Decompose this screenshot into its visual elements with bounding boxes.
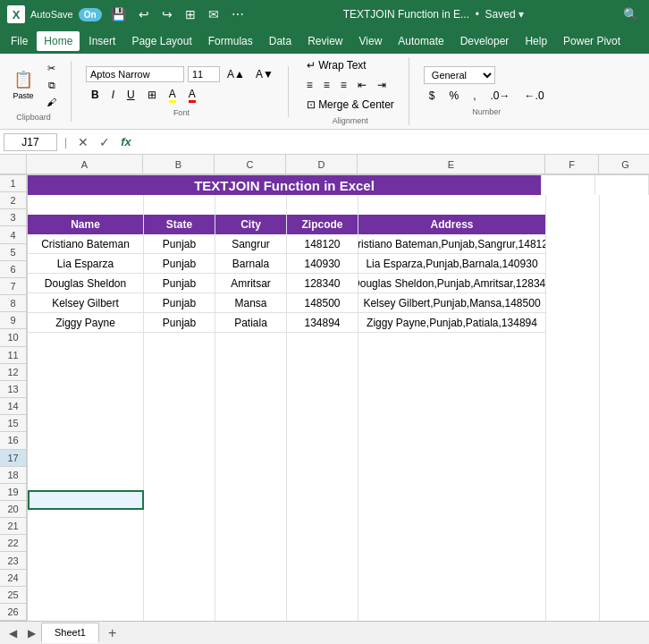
row-header-18[interactable]: 18: [0, 467, 27, 484]
empty-cell[interactable]: [358, 195, 546, 215]
copy-button[interactable]: ⧉: [43, 78, 60, 93]
data-cell-r6-c0[interactable]: Douglas Sheldon: [28, 274, 144, 293]
empty-cell[interactable]: [144, 470, 215, 490]
menu-developer[interactable]: Developer: [453, 31, 517, 51]
empty-cell[interactable]: [28, 530, 144, 549]
empty-cell[interactable]: [144, 431, 215, 451]
empty-cell[interactable]: [600, 392, 649, 411]
align-center-button[interactable]: ≡: [320, 77, 333, 93]
empty-cell[interactable]: [600, 215, 649, 234]
font-name-input[interactable]: [86, 66, 184, 82]
empty-cell[interactable]: [28, 195, 144, 215]
col-header-b[interactable]: B: [143, 155, 215, 174]
data-cell-r8-c2[interactable]: Patiala: [215, 313, 287, 333]
empty-cell[interactable]: [144, 608, 215, 621]
data-cell-r4-c1[interactable]: Punjab: [144, 234, 215, 254]
menu-insert[interactable]: Insert: [81, 31, 122, 51]
empty-cell[interactable]: [144, 510, 215, 530]
increase-decimal-button[interactable]: .0→: [485, 88, 516, 104]
data-cell-r6-c2[interactable]: Amritsar: [215, 274, 287, 293]
empty-cell[interactable]: [28, 431, 144, 451]
row-header-26[interactable]: 26: [0, 604, 27, 621]
menu-view[interactable]: View: [352, 31, 390, 51]
empty-cell[interactable]: [287, 470, 358, 490]
row-header-11[interactable]: 11: [0, 347, 27, 364]
row-header-22[interactable]: 22: [0, 535, 27, 552]
empty-cell[interactable]: [28, 589, 144, 608]
empty-cell[interactable]: [358, 392, 546, 411]
empty-cell[interactable]: [215, 411, 287, 431]
empty-cell[interactable]: [542, 175, 595, 195]
empty-cell[interactable]: [144, 569, 215, 589]
row-header-20[interactable]: 20: [0, 501, 27, 518]
empty-cell[interactable]: [358, 530, 546, 549]
empty-cell[interactable]: [546, 372, 600, 392]
row-header-9[interactable]: 9: [0, 312, 27, 329]
empty-cell[interactable]: [546, 333, 600, 352]
empty-cell[interactable]: [215, 431, 287, 451]
underline-button[interactable]: U: [122, 87, 140, 103]
save-icon[interactable]: 💾: [107, 5, 130, 23]
empty-cell[interactable]: [358, 589, 546, 608]
undo-icon[interactable]: ↩: [135, 5, 153, 23]
empty-cell[interactable]: [28, 411, 144, 431]
empty-cell[interactable]: [287, 490, 358, 510]
empty-cell[interactable]: [215, 530, 287, 549]
empty-cell[interactable]: [287, 431, 358, 451]
empty-cell[interactable]: [215, 333, 287, 352]
empty-cell[interactable]: [595, 175, 649, 195]
empty-cell[interactable]: [28, 549, 144, 569]
data-cell-r6-c1[interactable]: Punjab: [144, 274, 215, 293]
empty-cell[interactable]: [546, 490, 600, 510]
empty-cell[interactable]: [600, 195, 649, 215]
percent-button[interactable]: %: [444, 88, 465, 104]
empty-cell[interactable]: [358, 431, 546, 451]
indent-decrease-button[interactable]: ⇤: [354, 77, 370, 93]
empty-cell[interactable]: [358, 510, 546, 530]
header-cell-name[interactable]: Name: [28, 215, 144, 234]
tab-prev-button[interactable]: ◀: [4, 625, 22, 641]
title-cell[interactable]: TEXTJOIN Function in Excel: [28, 175, 542, 195]
align-right-button[interactable]: ≡: [337, 77, 350, 93]
empty-cell[interactable]: [358, 569, 546, 589]
empty-cell[interactable]: [546, 569, 600, 589]
empty-cell[interactable]: [287, 392, 358, 411]
comma-button[interactable]: ,: [468, 88, 481, 104]
empty-cell[interactable]: [287, 569, 358, 589]
empty-cell[interactable]: [287, 372, 358, 392]
row-header-16[interactable]: 16: [0, 432, 27, 449]
table-icon[interactable]: ⊞: [181, 5, 199, 23]
empty-cell[interactable]: [546, 234, 600, 254]
row-header-1[interactable]: 1: [0, 175, 27, 192]
data-cell-r7-c4[interactable]: Kelsey Gilbert,Punjab,Mansa,148500: [358, 293, 546, 313]
empty-cell[interactable]: [144, 490, 215, 510]
row-header-8[interactable]: 8: [0, 295, 27, 312]
decrease-decimal-button[interactable]: ←.0: [519, 88, 550, 104]
empty-cell[interactable]: [144, 333, 215, 352]
empty-cell[interactable]: [287, 195, 358, 215]
empty-cell[interactable]: [546, 608, 600, 621]
col-header-f[interactable]: F: [545, 155, 599, 174]
bold-button[interactable]: B: [86, 87, 105, 103]
font-grow-button[interactable]: A▲: [223, 66, 249, 82]
menu-file[interactable]: File: [4, 31, 35, 51]
empty-cell[interactable]: [28, 608, 144, 621]
empty-cell[interactable]: [28, 490, 144, 510]
empty-cell[interactable]: [600, 608, 649, 621]
empty-cell[interactable]: [287, 608, 358, 621]
empty-cell[interactable]: [215, 569, 287, 589]
empty-cell[interactable]: [546, 195, 600, 215]
empty-cell[interactable]: [287, 530, 358, 549]
header-cell-state[interactable]: State: [144, 215, 215, 234]
empty-cell[interactable]: [144, 589, 215, 608]
merge-center-button[interactable]: ⊡ Merge & Center: [303, 97, 398, 113]
menu-formulas[interactable]: Formulas: [201, 31, 260, 51]
cell-reference-box[interactable]: [4, 133, 57, 151]
empty-cell[interactable]: [358, 490, 546, 510]
empty-cell[interactable]: [28, 372, 144, 392]
add-sheet-button[interactable]: +: [101, 623, 123, 643]
empty-cell[interactable]: [546, 530, 600, 549]
menu-page-layout[interactable]: Page Layout: [124, 31, 198, 51]
row-header-7[interactable]: 7: [0, 278, 27, 295]
empty-cell[interactable]: [600, 411, 649, 431]
